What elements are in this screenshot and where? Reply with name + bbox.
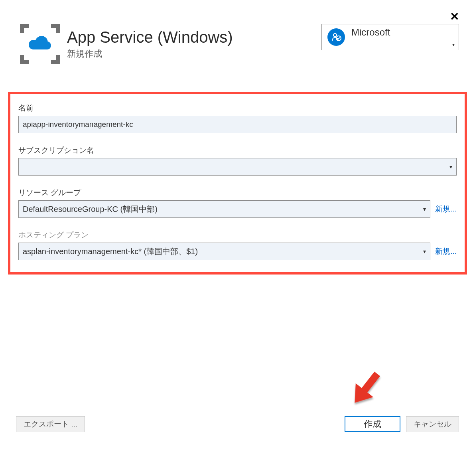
page-title: App Service (Windows): [67, 28, 233, 46]
hosting-plan-select[interactable]: asplan-inventorymanagement-kc* (韓国中部、$1): [18, 243, 430, 260]
app-service-icon: [20, 24, 60, 64]
resource-group-new-link[interactable]: 新規...: [435, 204, 457, 214]
resource-group-value: DefaultResourceGroup-KC (韓国中部): [23, 204, 158, 215]
subscription-label: サブスクリプション名: [18, 145, 457, 156]
cancel-button[interactable]: キャンセル: [406, 416, 459, 432]
export-button[interactable]: エクスポート ...: [16, 416, 85, 432]
annotation-arrow-icon: [343, 367, 387, 411]
account-icon: [327, 28, 345, 46]
account-name: Microsoft: [351, 24, 452, 38]
name-label: 名前: [18, 103, 457, 113]
hosting-plan-value: asplan-inventorymanagement-kc* (韓国中部、$1): [23, 246, 198, 257]
title-block: App Service (Windows) 新規作成: [67, 28, 233, 60]
page-subtitle: 新規作成: [67, 48, 233, 60]
close-icon[interactable]: ✕: [450, 11, 459, 22]
resource-group-label: リソース グループ: [18, 188, 457, 198]
hosting-plan-label: ホスティング プラン: [18, 230, 457, 240]
form-panel: 名前 サブスクリプション名 リソース グループ DefaultResourceG…: [8, 92, 467, 275]
create-button[interactable]: 作成: [345, 416, 400, 432]
button-bar: エクスポート ... 作成 キャンセル: [16, 416, 459, 432]
hosting-plan-new-link[interactable]: 新規...: [435, 246, 457, 257]
svg-rect-2: [361, 371, 380, 393]
dialog-header: App Service (Windows) 新規作成 Microsoft ▾: [0, 0, 475, 64]
chevron-down-icon: ▾: [452, 42, 455, 50]
svg-marker-3: [346, 383, 373, 410]
account-selector[interactable]: Microsoft ▾: [321, 24, 459, 50]
header-left: App Service (Windows) 新規作成: [20, 24, 233, 64]
resource-group-select[interactable]: DefaultResourceGroup-KC (韓国中部): [18, 200, 430, 218]
subscription-select[interactable]: [18, 158, 457, 176]
svg-point-0: [333, 34, 337, 37]
name-input[interactable]: [18, 116, 457, 133]
